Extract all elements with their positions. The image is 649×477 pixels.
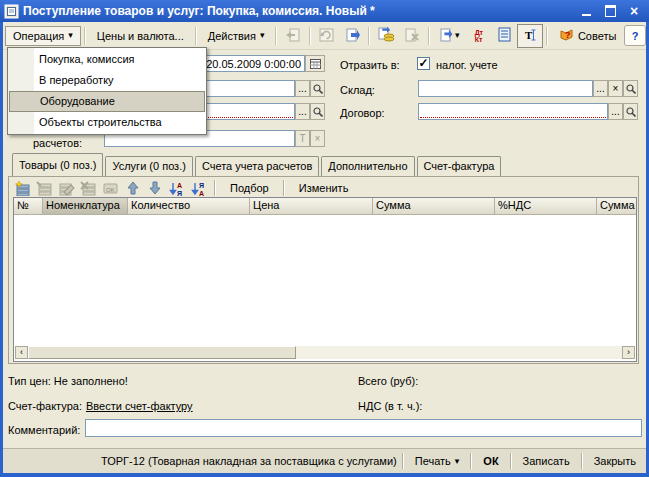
post-document-icon <box>378 27 395 44</box>
move-row-up-button[interactable] <box>123 180 142 196</box>
enter-invoice-link[interactable]: Ввести счет-фактуру <box>86 400 193 412</box>
warehouse-open-button[interactable] <box>623 80 638 97</box>
scrollbar-track[interactable] <box>296 346 622 359</box>
close-form-button[interactable]: Закрыть <box>588 453 642 469</box>
reflect-in-label: Отразить в: <box>340 59 400 71</box>
print-button[interactable]: Печать ▾ <box>409 453 466 469</box>
toolbar-separator <box>428 27 430 45</box>
ok-button[interactable]: ОК <box>477 453 504 469</box>
goods-table: № Номенклатура Количество Цена Сумма %НД… <box>13 197 637 362</box>
unpost-document-icon <box>404 28 420 44</box>
podbor-button[interactable]: Подбор <box>222 181 277 195</box>
contract-open-button[interactable] <box>623 103 638 120</box>
counterparty-open-button[interactable] <box>310 103 325 120</box>
chevron-down-icon: ▾ <box>455 457 460 466</box>
contract-field[interactable] <box>418 103 608 120</box>
contract-select-button[interactable]: ... <box>608 103 623 120</box>
tab-services[interactable]: Услуги (0 поз.) <box>105 156 192 176</box>
tips-book-icon: ? <box>559 27 574 44</box>
sort-descending-icon: ЯА <box>190 181 207 196</box>
delete-row-button <box>79 180 98 196</box>
magnifier-icon <box>313 107 323 117</box>
document-arrow-icon <box>345 28 361 44</box>
close-button[interactable]: × <box>627 4 641 18</box>
bottom-separator <box>581 453 583 469</box>
grid-toolbar-separator <box>214 180 216 196</box>
counterparty-select-button[interactable]: ... <box>295 103 310 120</box>
tab-settlement-accounts[interactable]: Счета учета расчетов <box>195 156 319 176</box>
unpost-document-button <box>399 24 425 48</box>
prices-currency-button[interactable]: Цены и валюта... <box>89 26 192 46</box>
settlement-clear-button: × <box>310 130 325 147</box>
move-row-down-button[interactable] <box>145 180 164 196</box>
tips-button[interactable]: ? Советы <box>551 23 624 48</box>
edit-row-icon <box>58 181 75 196</box>
column-header-quantity[interactable]: Количество <box>128 198 250 215</box>
text-edit-mode-button[interactable]: T <box>517 24 543 48</box>
svg-text:Я: Я <box>177 190 182 196</box>
scroll-left-button[interactable]: ‹ <box>15 346 28 359</box>
organization-select-button[interactable]: ... <box>295 80 310 97</box>
column-header-price[interactable]: Цена <box>250 198 373 215</box>
chevron-down-icon: ▾ <box>68 31 73 40</box>
tab-additional[interactable]: Дополнительно <box>321 156 414 176</box>
tax-accounting-checkbox[interactable]: ✓ <box>417 57 430 70</box>
add-row-button[interactable] <box>13 180 32 196</box>
sort-ascending-button[interactable]: АЯ <box>167 180 186 196</box>
scrollbar-thumb[interactable] <box>28 346 296 359</box>
svg-text:А: А <box>177 182 182 189</box>
journal-button[interactable] <box>492 24 518 48</box>
warehouse-clear-button[interactable]: × <box>608 80 623 97</box>
svg-text:T: T <box>525 29 533 41</box>
window-controls: × <box>579 0 641 22</box>
right-arrow-icon: › <box>627 348 630 357</box>
help-button[interactable]: ? <box>624 25 646 46</box>
refresh-button <box>314 24 340 48</box>
operation-menu-button[interactable]: Операция ▾ <box>5 26 81 46</box>
copy-row-icon <box>36 181 53 196</box>
organization-open-button[interactable] <box>310 80 325 97</box>
menu-item-equipment[interactable]: Оборудование <box>9 91 205 112</box>
svg-text:А: А <box>199 190 204 196</box>
contract-label: Договор: <box>340 107 385 119</box>
actions-menu-button[interactable]: Действия ▾ <box>200 26 273 46</box>
column-header-number[interactable]: № <box>14 198 43 215</box>
column-header-nomenclature[interactable]: Номенклатура <box>43 198 128 215</box>
column-header-vat-amount[interactable]: Сумма <box>597 198 637 215</box>
calendar-button[interactable] <box>305 55 325 72</box>
tab-goods[interactable]: Товары (0 поз.) <box>12 153 103 176</box>
settlement-text-button: T <box>295 130 310 147</box>
warehouse-select-button[interactable]: ... <box>593 80 608 97</box>
comment-input[interactable] <box>85 419 642 437</box>
tab-invoice[interactable]: Счет-фактура <box>417 156 502 176</box>
dt-kt-button[interactable]: ДтКт <box>466 24 492 48</box>
menu-item-purchase-commission[interactable]: Покупка, комиссия <box>9 49 205 70</box>
grid-toolbar-separator <box>283 180 285 196</box>
sort-descending-button[interactable]: ЯА <box>189 180 208 196</box>
column-header-vat-percent[interactable]: %НДС <box>495 198 597 215</box>
minimize-button[interactable] <box>579 4 593 18</box>
arrow-up-icon <box>127 181 139 195</box>
window-frame-bottom <box>0 473 649 477</box>
operation-dropdown-menu: Покупка, комиссия В переработку Оборудов… <box>7 47 207 135</box>
delete-row-icon <box>80 181 97 196</box>
maximize-button[interactable] <box>603 4 617 18</box>
warehouse-field[interactable] <box>418 80 593 97</box>
menu-item-for-processing[interactable]: В переработку <box>9 70 205 91</box>
izmenit-button[interactable]: Изменить <box>291 181 357 195</box>
application-window: Поступление товаров и услуг: Покупка, ко… <box>0 0 649 477</box>
horizontal-scrollbar[interactable]: ‹ › <box>15 346 635 359</box>
save-button[interactable]: Записать <box>517 453 576 469</box>
column-header-amount[interactable]: Сумма <box>373 198 495 215</box>
scroll-right-button[interactable]: › <box>622 346 635 359</box>
svg-text:Я: Я <box>199 182 204 189</box>
magnifier-icon <box>313 84 323 94</box>
menu-item-construction-objects[interactable]: Объекты строительства <box>9 112 205 133</box>
post-document-button[interactable] <box>373 24 399 48</box>
magnifier-icon <box>626 107 636 117</box>
bottom-separator <box>510 453 512 469</box>
window-icon <box>4 4 19 19</box>
reread-document-button[interactable] <box>340 24 366 48</box>
total-label: Всего (руб): <box>358 375 418 387</box>
copy-document-button[interactable]: ▾ <box>433 24 466 48</box>
